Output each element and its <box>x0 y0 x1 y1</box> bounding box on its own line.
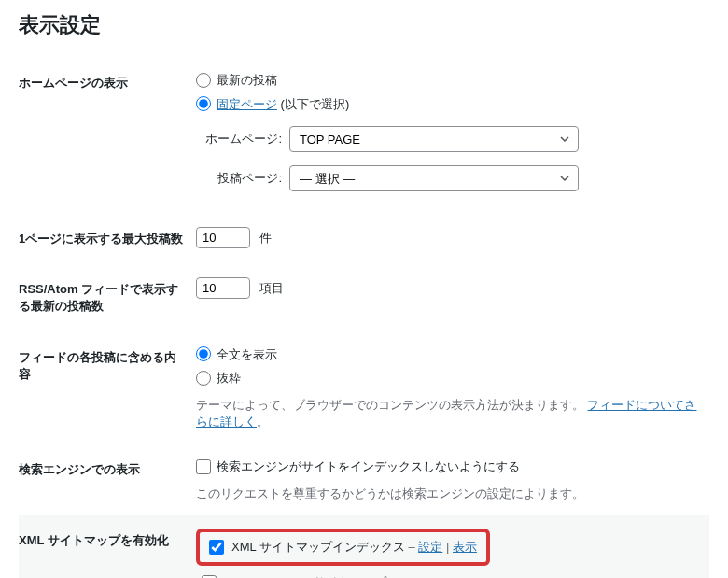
radio-latest-posts[interactable] <box>196 73 211 88</box>
search-engine-label: 検索エンジンでの表示 <box>19 444 196 515</box>
posts-per-page-label: 1ページに表示する最大投稿数 <box>19 214 196 264</box>
radio-static-page-label: 固定ページ (以下で選択) <box>217 95 349 114</box>
feed-items-input[interactable] <box>196 277 250 299</box>
posts-page-select[interactable]: — 選択 — <box>289 165 579 191</box>
feed-content-label: フィードの各投稿に含める内容 <box>19 332 196 445</box>
radio-latest-posts-label: 最新の投稿 <box>217 71 277 90</box>
feed-items-label: RSS/Atom フィードで表示する最新の投稿数 <box>19 264 196 331</box>
search-engine-desc: このリクエストを尊重するかどうかは検索エンジンの設定によります。 <box>196 486 700 503</box>
radio-excerpt[interactable] <box>196 371 211 386</box>
xml-sitemap-label: XML サイトマップを有効化 <box>19 515 196 578</box>
xml-view-link[interactable]: 表示 <box>453 540 477 554</box>
homepage-display-label: ホームページの表示 <box>19 58 196 214</box>
static-page-suffix: (以下で選択) <box>277 97 349 111</box>
posts-page-select-label: 投稿ページ: <box>196 169 289 188</box>
static-page-link[interactable]: 固定ページ <box>217 97 277 111</box>
checkbox-discourage-search[interactable] <box>196 459 211 474</box>
checkbox-google-news-sitemap-label: Google ニュースサイトマップ <box>222 573 386 578</box>
feed-items-unit: 項目 <box>259 279 284 298</box>
checkbox-xml-sitemap-index[interactable] <box>209 540 224 555</box>
radio-static-page[interactable] <box>196 96 211 111</box>
feed-content-desc: テーマによって、ブラウザーでのコンテンツの表示方法が決まります。 フィードについ… <box>196 397 700 432</box>
checkbox-google-news-sitemap[interactable] <box>202 575 217 578</box>
posts-per-page-input[interactable] <box>196 227 250 248</box>
radio-excerpt-label: 抜粋 <box>217 369 241 388</box>
homepage-select[interactable]: TOP PAGE <box>289 126 579 152</box>
page-title: 表示設定 <box>19 11 709 39</box>
xml-sitemap-highlight-box: XML サイトマップインデックス – 設定 | 表示 <box>196 529 490 566</box>
xml-settings-link[interactable]: 設定 <box>418 540 442 554</box>
xml-sep: – <box>408 540 418 554</box>
posts-per-page-unit: 件 <box>259 229 272 247</box>
checkbox-discourage-search-label: 検索エンジンがサイトをインデックスしないようにする <box>217 458 520 476</box>
xml-sitemap-index-label: XML サイトマップインデックス <box>231 540 405 554</box>
radio-full-text-label: 全文を表示 <box>217 345 277 364</box>
homepage-select-label: ホームページ: <box>196 130 289 148</box>
radio-full-text[interactable] <box>196 346 211 361</box>
